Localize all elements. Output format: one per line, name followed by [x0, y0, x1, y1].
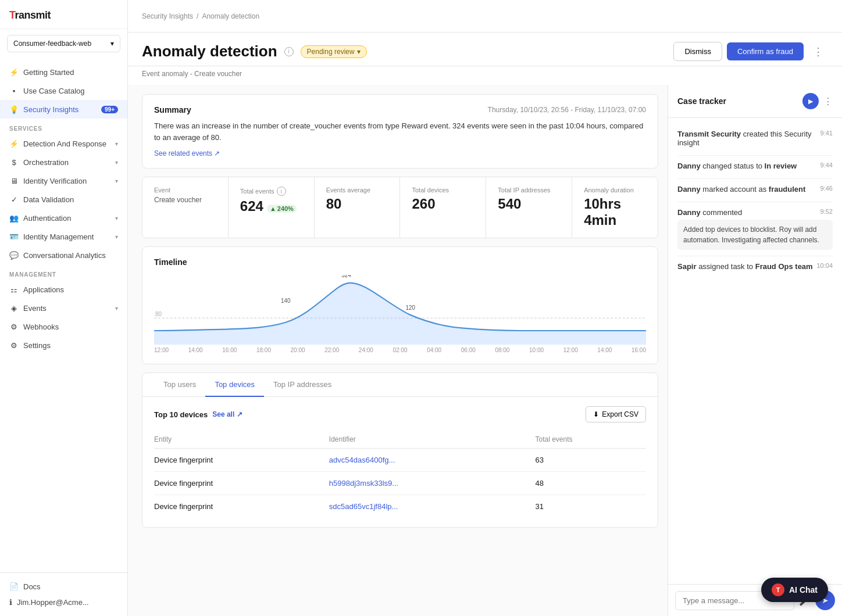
- col-total-events: Total events: [536, 431, 647, 449]
- case-message: Sapir assigned task to Fraud Ops team 10…: [677, 256, 833, 279]
- sidebar-item-webhooks[interactable]: ⚙ Webhooks: [0, 317, 127, 336]
- table-cell-entity: Device fingerprint: [154, 472, 329, 495]
- stat-events-average: Events average 80: [315, 177, 401, 238]
- sidebar-item-detection-response[interactable]: ⚡ Detection And Response ▾: [0, 134, 127, 153]
- status-badge-label: Pending review: [307, 48, 355, 56]
- stat-events-average-value: 80: [326, 196, 388, 212]
- stat-event-label: Event: [154, 187, 216, 194]
- tab-top-devices[interactable]: Top devices: [205, 373, 264, 397]
- sidebar: Transmit Consumer-feedback-web ▾ ⚡ Getti…: [0, 0, 128, 616]
- chart-area: 80 324 140 120: [154, 275, 646, 345]
- settings-icon: ⚙: [9, 341, 19, 350]
- services-section-label: SERVICES: [0, 119, 127, 134]
- sidebar-item-label: Data Validation: [23, 195, 74, 204]
- case-message: Danny commented 9:52 Added top devices t…: [677, 202, 833, 256]
- summary-header: Summary Thursday, 10/10/23, 20:56 - Frid…: [154, 105, 646, 114]
- bolt-icon: ⚡: [9, 67, 19, 77]
- summary-date: Thursday, 10/10/23, 20:56 - Friday, 11/1…: [488, 106, 646, 114]
- sidebar-footer-user[interactable]: ℹ Jim.Hopper@Acme...: [9, 594, 118, 610]
- monitor-icon: 🖥: [9, 176, 19, 185]
- case-tracker-more-button[interactable]: ⋮: [823, 96, 833, 107]
- stat-total-events-label: Total events i: [240, 187, 302, 196]
- topbar: Security Insights / Anomaly detection: [128, 0, 842, 33]
- content-area: Summary Thursday, 10/10/23, 20:56 - Frid…: [128, 85, 842, 616]
- dollar-icon: $: [9, 157, 19, 167]
- chevron-icon: ▾: [115, 159, 118, 166]
- status-chevron-icon: ▾: [357, 48, 361, 56]
- sidebar-item-label: Identity Management: [23, 232, 94, 241]
- sidebar-item-conversational-analytics[interactable]: 💬 Conversational Analytics: [0, 246, 127, 264]
- case-msg-time: 9:52: [820, 208, 833, 215]
- timeline-title: Timeline: [154, 257, 646, 267]
- summary-title: Summary: [154, 105, 191, 114]
- status-badge[interactable]: Pending review ▾: [301, 45, 367, 58]
- play-button[interactable]: ▶: [802, 93, 819, 109]
- sidebar-item-getting-started[interactable]: ⚡ Getting Started: [0, 63, 127, 81]
- summary-card: Summary Thursday, 10/10/23, 20:56 - Frid…: [142, 94, 658, 169]
- main-panel: Summary Thursday, 10/10/23, 20:56 - Frid…: [128, 85, 668, 616]
- case-msg-bubble: Added top devices to blocklist. Roy will…: [677, 220, 833, 250]
- info-icon[interactable]: i: [277, 187, 286, 196]
- info-icon[interactable]: i: [284, 47, 294, 56]
- main-content: Security Insights / Anomaly detection An…: [128, 0, 842, 616]
- table-row: Device fingerprint sdc5ad65vc1jf84lp... …: [154, 495, 646, 518]
- sidebar-footer: 📄 Docs ℹ Jim.Hopper@Acme...: [0, 572, 127, 616]
- export-csv-button[interactable]: ⬇ Export CSV: [586, 406, 646, 422]
- more-options-button[interactable]: ⋮: [808, 43, 828, 60]
- id-icon: 🪪: [9, 232, 19, 241]
- sidebar-item-identity-verification[interactable]: 🖥 Identity Verification ▾: [0, 171, 127, 190]
- sidebar-nav: ⚡ Getting Started ▪ Use Case Catalog 💡 S…: [0, 58, 127, 572]
- stat-anomaly-duration-label: Anomaly duration: [584, 187, 646, 194]
- stat-change-badge: ▲ 240%: [267, 205, 297, 213]
- sidebar-item-identity-management[interactable]: 🪪 Identity Management ▾: [0, 227, 127, 246]
- sidebar-item-data-validation[interactable]: ✓ Data Validation: [0, 190, 127, 209]
- ai-chat-button[interactable]: T AI Chat: [761, 578, 828, 602]
- app-selector[interactable]: Consumer-feedback-web ▾: [7, 35, 120, 52]
- case-message: Danny marked account as fraudulent 9:46: [677, 179, 833, 202]
- case-msg-header: Transmit Security created this Security …: [677, 130, 833, 147]
- tab-top-users[interactable]: Top users: [154, 373, 205, 397]
- sidebar-item-label: Events: [23, 304, 47, 313]
- sidebar-item-applications[interactable]: ⚏ Applications: [0, 280, 127, 299]
- case-msg-time: 9:41: [820, 130, 833, 137]
- dismiss-button[interactable]: Dismiss: [673, 42, 722, 61]
- see-related-events-link[interactable]: See related events ↗: [154, 149, 220, 157]
- table-cell-identifier[interactable]: h5998dj3msk33ls9...: [329, 472, 536, 495]
- case-tracker-header: Case tracker ▶ ⋮: [668, 85, 842, 118]
- table-row: Device fingerprint h5998dj3msk33ls9... 4…: [154, 472, 646, 495]
- docs-label: Docs: [23, 582, 41, 591]
- sidebar-item-use-case-catalog[interactable]: ▪ Use Case Catalog: [0, 81, 127, 100]
- stat-anomaly-duration-value: 10hrs 4min: [584, 196, 646, 228]
- stat-total-ip: Total IP addresses 540: [486, 177, 572, 238]
- sidebar-item-events[interactable]: ◈ Events ▾: [0, 299, 127, 317]
- table-cell-identifier[interactable]: sdc5ad65vc1jf84lp...: [329, 495, 536, 518]
- case-msg-author: Transmit Security created this Security …: [677, 130, 820, 147]
- see-all-link[interactable]: See all ↗: [212, 410, 242, 418]
- stat-total-ip-value: 540: [498, 196, 560, 212]
- sidebar-item-settings[interactable]: ⚙ Settings: [0, 336, 127, 354]
- case-msg-header: Danny commented 9:52: [677, 208, 833, 217]
- security-insights-badge: 99+: [101, 106, 118, 113]
- breadcrumb: Security Insights / Anomaly detection: [142, 12, 259, 20]
- tab-top-ip-addresses[interactable]: Top IP addresses: [264, 373, 341, 397]
- stat-total-devices: Total devices 260: [400, 177, 486, 238]
- sidebar-item-security-insights[interactable]: 💡 Security Insights 99+: [0, 100, 127, 119]
- table-cell-total: 63: [536, 449, 647, 472]
- logo-text: Transmit: [9, 9, 51, 22]
- sidebar-item-orchestration[interactable]: $ Orchestration ▾: [0, 153, 127, 171]
- table-cell-identifier[interactable]: advc54das6400fg...: [329, 449, 536, 472]
- confirm-fraud-button[interactable]: Confirm as fraud: [727, 42, 804, 60]
- sidebar-item-authentication[interactable]: 👥 Authentication ▾: [0, 209, 127, 227]
- sidebar-footer-docs[interactable]: 📄 Docs: [9, 579, 118, 594]
- breadcrumb-separator: /: [197, 12, 198, 20]
- table-cell-entity: Device fingerprint: [154, 449, 329, 472]
- case-msg-author: Danny changed status to In review: [677, 162, 797, 170]
- sidebar-item-label: Use Case Catalog: [23, 87, 85, 95]
- page-actions: Dismiss Confirm as fraud ⋮: [673, 42, 828, 61]
- summary-text: There was an increase in the number of c…: [154, 120, 646, 143]
- stats-row: Event Create voucher Total events i 624 …: [142, 177, 658, 238]
- case-msg-header: Sapir assigned task to Fraud Ops team 10…: [677, 262, 833, 271]
- download-icon: ⬇: [593, 410, 599, 418]
- svg-text:140: 140: [281, 298, 291, 305]
- sidebar-item-label: Detection And Response: [23, 139, 106, 148]
